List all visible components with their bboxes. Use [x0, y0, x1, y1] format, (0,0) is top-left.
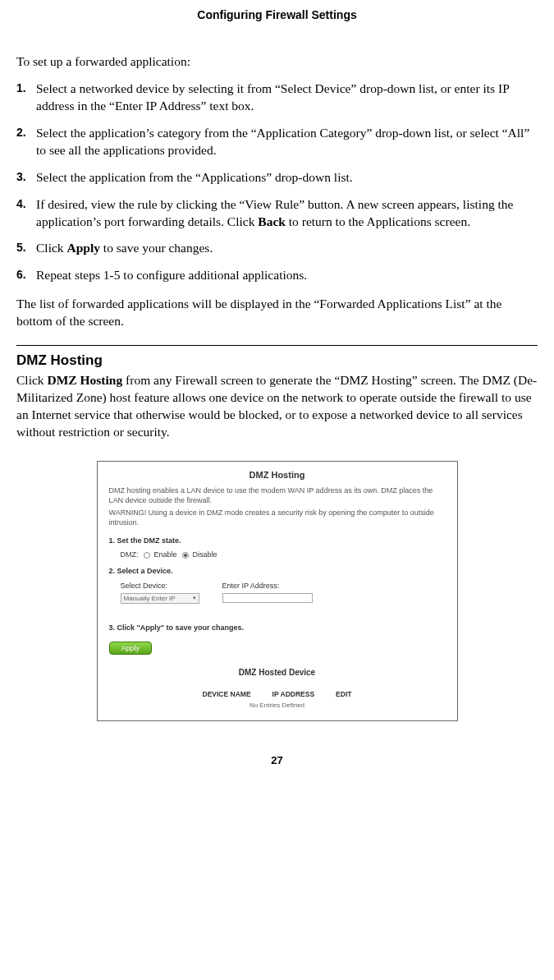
panel-title: DMZ Hosting [109, 470, 446, 480]
step-5-apply-bold: Apply [66, 241, 100, 255]
chevron-down-icon: ▾ [193, 595, 196, 601]
step-2: Select the application’s category from t… [16, 125, 538, 159]
enable-radio[interactable] [144, 552, 150, 559]
intro-text: To set up a forwarded application: [16, 54, 538, 69]
step-4-text-b: to return to the Applications screen. [286, 214, 470, 228]
dmz-heading: DMZ Hosting [16, 352, 538, 369]
page-number: 27 [16, 754, 538, 766]
step-4: If desired, view the rule by clicking th… [16, 196, 538, 231]
forwarded-apps-note: The list of forwarded applications will … [16, 296, 538, 330]
hosted-table-header: DEVICE NAME IP ADDRESS EDIT [109, 690, 446, 698]
panel-step3-label: 3. Click "Apply" to save your changes. [109, 623, 446, 633]
device-select-row: Select Device: Manually Enter IP ▾ Enter… [121, 582, 446, 604]
dmz-screenshot: DMZ Hosting DMZ hosting enables a LAN de… [97, 461, 458, 721]
enter-ip-label: Enter IP Address: [222, 582, 313, 590]
select-device-col: Select Device: Manually Enter IP ▾ [121, 582, 199, 604]
dmz-desc-a: Click [16, 373, 47, 387]
dmz-state-row: DMZ: Enable Disable [121, 550, 446, 559]
panel-step1-label: 1. Set the DMZ state. [109, 536, 446, 546]
step-5-text-b: to save your changes. [100, 241, 213, 255]
disable-radio[interactable] [182, 552, 189, 559]
no-entries-text: No Entries Defined [109, 702, 446, 709]
step-4-back-bold: Back [258, 214, 286, 228]
panel-warning: WARNING! Using a device in DMZ mode crea… [109, 508, 446, 527]
page-header-title: Configuring Firewall Settings [16, 8, 538, 21]
step-1: Select a networked device by selecting i… [16, 81, 538, 115]
step-1-text: Select a networked device by selecting i… [36, 81, 509, 113]
step-2-text: Select the application’s category from t… [36, 126, 529, 157]
col-edit: EDIT [336, 690, 351, 698]
apply-button[interactable]: Apply [109, 642, 153, 655]
select-device-dropdown[interactable]: Manually Enter IP ▾ [121, 593, 199, 604]
select-device-label: Select Device: [121, 582, 199, 590]
dmz-panel: DMZ Hosting DMZ hosting enables a LAN de… [97, 461, 458, 721]
disable-label: Disable [193, 550, 217, 559]
enter-ip-col: Enter IP Address: [222, 582, 313, 604]
select-device-value: Manually Enter IP [124, 595, 176, 602]
ip-address-input[interactable] [222, 593, 313, 603]
col-device-name: DEVICE NAME [203, 690, 251, 698]
col-ip-address: IP ADDRESS [272, 690, 315, 698]
dmz-description: Click DMZ Hosting from any Firewall scre… [16, 372, 538, 441]
step-5-text-a: Click [36, 241, 66, 255]
step-6-text: Repeat steps 1-5 to configure additional… [36, 268, 307, 282]
hosted-device-title: DMZ Hosted Device [109, 668, 446, 677]
step-6: Repeat steps 1-5 to configure additional… [16, 267, 538, 284]
panel-step2-label: 2. Select a Device. [109, 567, 446, 577]
step-5: Click Apply to save your changes. [16, 240, 538, 257]
step-3: Select the application from the “Applica… [16, 169, 538, 186]
section-divider [16, 345, 538, 346]
dmz-label: DMZ: [121, 550, 139, 559]
setup-steps: Select a networked device by selecting i… [16, 81, 538, 284]
panel-desc: DMZ hosting enables a LAN device to use … [109, 486, 446, 505]
enable-label: Enable [154, 550, 177, 559]
step-3-text: Select the application from the “Applica… [36, 170, 353, 184]
dmz-desc-bold: DMZ Hosting [47, 373, 122, 387]
